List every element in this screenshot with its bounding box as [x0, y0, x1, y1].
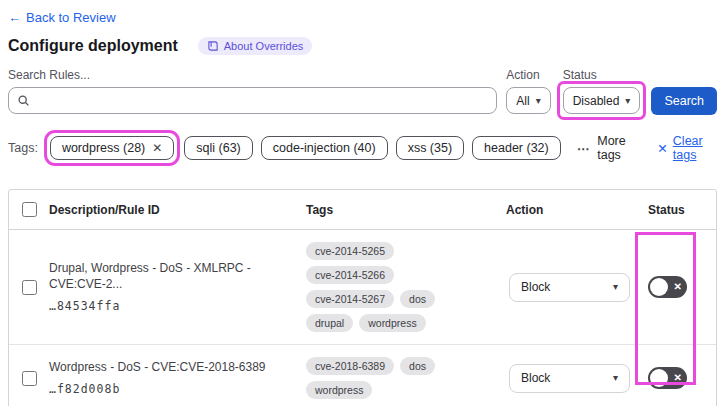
remove-tag-icon[interactable]: ✕ [152, 141, 162, 155]
search-button[interactable]: Search [651, 87, 717, 115]
rule-id: …f82d008b [49, 382, 292, 396]
table-row: Wordpress - DoS - CVE:CVE-2018-6389 …f82… [9, 345, 716, 406]
action-filter-value: All [516, 94, 529, 108]
tag-pill-wordpress[interactable]: wordpress (28) ✕ [50, 136, 174, 160]
rule-tag: cve-2014-5265 [306, 242, 394, 260]
status-filter-dropdown[interactable]: Disabled ▾ [563, 87, 641, 114]
toggle-x-icon: ✕ [674, 372, 682, 383]
select-all-checkbox[interactable] [22, 202, 37, 217]
search-rules-input[interactable] [8, 87, 497, 114]
column-header-tags: Tags [306, 203, 506, 217]
action-filter-label: Action [506, 68, 550, 83]
clear-x-icon: ✕ [657, 141, 667, 156]
rule-id: …84534ffa [49, 299, 292, 313]
table-header-row: Description/Rule ID Tags Action Status [9, 190, 716, 230]
tags-bar: Tags: wordpress (28) ✕ sqli (63) code-in… [8, 134, 717, 162]
rule-tag: cve-2018-6389 [306, 357, 394, 375]
toggle-x-icon: ✕ [674, 281, 682, 292]
rule-tag: wordpress [306, 381, 372, 399]
status-toggle-off[interactable]: ✕ [648, 367, 687, 389]
status-filter-value: Disabled [573, 94, 620, 108]
column-header-status: Status [638, 203, 716, 217]
rule-tag: cve-2014-5266 [306, 266, 394, 284]
chevron-down-icon: ▾ [613, 282, 618, 292]
back-link[interactable]: ← Back to Review [8, 10, 116, 25]
ellipsis-icon: ⋯ [577, 141, 591, 156]
status-toggle-off[interactable]: ✕ [648, 276, 687, 298]
row-checkbox[interactable] [22, 371, 37, 386]
action-filter-dropdown[interactable]: All ▾ [506, 87, 550, 114]
chevron-down-icon: ▾ [613, 373, 618, 383]
table-row: Drupal, Wordpress - DoS - XMLRPC - CVE:C… [9, 230, 716, 345]
rule-tag: dos [400, 290, 435, 308]
more-tags-button[interactable]: ⋯ More tags [577, 134, 640, 162]
title-row: Configure deployment About Overrides [8, 37, 717, 55]
rule-tag: cve-2014-5267 [306, 290, 394, 308]
clear-tags-label: Clear tags [673, 134, 717, 162]
tag-pill-sqli[interactable]: sqli (63) [184, 136, 252, 160]
column-header-action: Action [506, 203, 638, 217]
selected-tag-highlight: wordpress (28) ✕ [44, 130, 180, 166]
rule-tag: wordpress [359, 314, 425, 332]
chevron-down-icon: ▾ [536, 96, 541, 106]
tags-label: Tags: [8, 141, 38, 155]
row-checkbox[interactable] [22, 280, 37, 295]
rule-tag: dos [400, 357, 435, 375]
tag-pill-xss[interactable]: xss (35) [396, 136, 464, 160]
more-tags-label: More tags [597, 134, 639, 162]
tag-pill-code-injection[interactable]: code-injection (40) [261, 136, 388, 160]
action-select[interactable]: Block ▾ [509, 273, 630, 302]
filter-row: Search Rules... Action All ▾ Status Disa… [8, 68, 717, 115]
rule-description: Drupal, Wordpress - DoS - XMLRPC - CVE:C… [49, 261, 292, 292]
toggle-knob [650, 278, 668, 296]
column-header-description: Description/Rule ID [49, 203, 306, 217]
rules-table: Description/Rule ID Tags Action Status D… [8, 189, 717, 406]
clear-tags-button[interactable]: ✕ Clear tags [657, 134, 717, 162]
back-link-label: Back to Review [26, 10, 116, 25]
chevron-down-icon: ▾ [625, 96, 630, 106]
tag-pill-header[interactable]: header (32) [472, 136, 561, 160]
back-arrow-icon: ← [8, 10, 21, 25]
action-select-value: Block [521, 280, 550, 294]
page-title: Configure deployment [8, 37, 178, 55]
action-select[interactable]: Block ▾ [509, 364, 630, 393]
rule-tags: cve-2018-6389 dos wordpress [306, 357, 506, 399]
action-select-value: Block [521, 371, 550, 385]
status-filter-highlight: Disabled ▾ [557, 81, 647, 120]
rule-tag: drupal [306, 314, 353, 332]
rule-tags: cve-2014-5265 cve-2014-5266 cve-2014-526… [306, 242, 506, 332]
about-overrides-label: About Overrides [224, 40, 303, 52]
search-rules-label: Search Rules... [8, 68, 497, 83]
toggle-knob [650, 369, 668, 387]
rule-description: Wordpress - DoS - CVE:CVE-2018-6389 [49, 360, 292, 376]
about-overrides-badge[interactable]: About Overrides [198, 37, 312, 55]
tag-pill-label: wordpress (28) [62, 141, 145, 155]
book-icon [207, 40, 219, 52]
